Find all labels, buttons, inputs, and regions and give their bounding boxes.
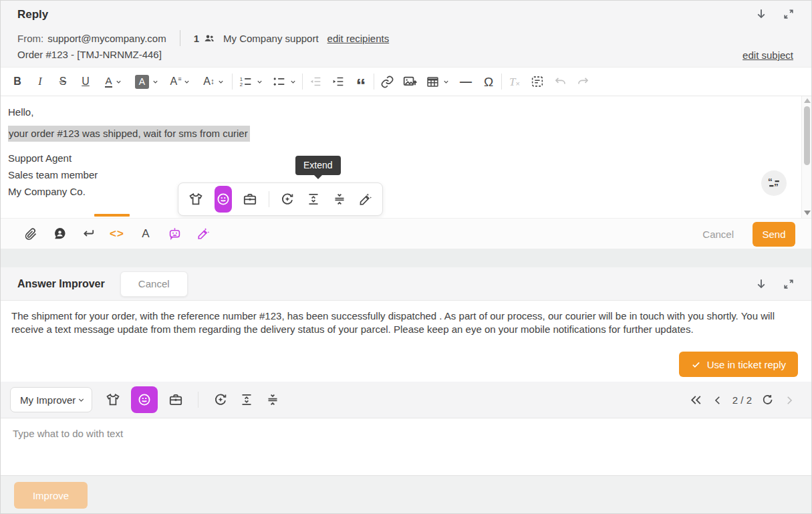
outdent-icon bbox=[308, 74, 323, 89]
previous-result-button[interactable] bbox=[712, 394, 724, 406]
chevron-down-icon bbox=[289, 78, 297, 86]
bold-icon: B bbox=[13, 76, 21, 87]
special-character-button[interactable]: Ω bbox=[479, 72, 499, 92]
reply-cancel-button[interactable]: Cancel bbox=[702, 229, 734, 240]
improver-toolbar: My Improver bbox=[1, 382, 811, 418]
scroll-down-arrow[interactable] bbox=[804, 211, 811, 215]
extend-icon bbox=[305, 191, 321, 207]
send-button[interactable]: Send bbox=[753, 222, 795, 247]
collapse-button[interactable] bbox=[754, 6, 769, 22]
improver-preset-select[interactable]: My Improver bbox=[10, 387, 92, 412]
casual-tone-button[interactable] bbox=[187, 186, 205, 213]
magic-pen-button[interactable] bbox=[358, 191, 374, 207]
canned-response-icon bbox=[52, 226, 67, 241]
collapse-button[interactable] bbox=[754, 276, 769, 292]
horizontal-rule-icon: — bbox=[460, 76, 472, 88]
redo-icon bbox=[576, 75, 590, 89]
quote-close-glyph: ” bbox=[773, 181, 778, 190]
link-icon bbox=[380, 75, 394, 89]
rephrase-button[interactable] bbox=[213, 392, 229, 408]
reply-title: Reply bbox=[17, 8, 48, 21]
friendly-tone-button[interactable] bbox=[131, 386, 158, 413]
fullscreen-button[interactable] bbox=[782, 276, 795, 292]
shorten-button[interactable] bbox=[331, 191, 348, 207]
font-family-button[interactable]: A≡ bbox=[165, 72, 196, 92]
redo-button[interactable] bbox=[573, 72, 593, 92]
indent-button[interactable] bbox=[328, 72, 348, 92]
reply-editor[interactable]: Hello, your order #123 was shipped, wait… bbox=[1, 96, 811, 218]
answer-improver-button[interactable] bbox=[194, 225, 212, 243]
chevron-down-icon bbox=[152, 78, 159, 86]
italic-icon: I bbox=[38, 76, 41, 87]
ordered-list-button[interactable]: 12 bbox=[235, 72, 266, 92]
insert-image-button[interactable] bbox=[400, 72, 420, 92]
friendly-tone-icon bbox=[215, 191, 231, 207]
outdent-button[interactable] bbox=[305, 72, 325, 92]
professional-tone-button[interactable] bbox=[242, 186, 259, 213]
source-code-button[interactable]: <> bbox=[108, 225, 126, 243]
subject-text: Order #123 - [TMJ-NRNMZ-446] bbox=[17, 49, 162, 60]
select-all-button[interactable] bbox=[527, 72, 547, 92]
attachment-button[interactable] bbox=[22, 225, 39, 243]
toolbar-separator bbox=[198, 392, 198, 408]
bold-button[interactable]: B bbox=[7, 72, 27, 92]
font-size-button[interactable]: A↕ bbox=[198, 72, 229, 92]
reply-footer-toolbar: <> A Cancel Send bbox=[1, 218, 811, 249]
font-background-button[interactable]: A bbox=[132, 72, 162, 92]
insert-reply-button[interactable] bbox=[80, 225, 97, 243]
text-style-icon: A bbox=[142, 228, 149, 239]
use-in-ticket-reply-button[interactable]: Use in ticket reply bbox=[679, 352, 798, 377]
regenerate-button[interactable] bbox=[761, 393, 775, 407]
bullet-list-button[interactable] bbox=[269, 72, 299, 92]
friendly-tone-button[interactable] bbox=[215, 186, 232, 213]
improver-cancel-button[interactable]: Cancel bbox=[120, 271, 188, 297]
insert-table-button[interactable] bbox=[422, 72, 453, 92]
edit-recipients-link[interactable]: edit recipients bbox=[327, 33, 390, 44]
editor-greeting: Hello, bbox=[8, 106, 803, 118]
undo-button[interactable] bbox=[550, 72, 570, 92]
editor-scrollbar[interactable] bbox=[801, 96, 811, 218]
clear-format-button[interactable]: T× bbox=[505, 72, 525, 92]
first-page-button[interactable] bbox=[689, 393, 703, 407]
omega-icon: Ω bbox=[484, 76, 493, 88]
scroll-up-arrow[interactable] bbox=[804, 98, 811, 103]
improver-instruction-input[interactable] bbox=[1, 418, 811, 475]
extend-button[interactable] bbox=[239, 392, 255, 408]
recipients-name: My Company support bbox=[223, 33, 319, 44]
chevron-right-icon bbox=[783, 394, 795, 406]
text-style-button[interactable]: A bbox=[137, 225, 154, 243]
fullscreen-button[interactable] bbox=[782, 6, 795, 22]
casual-tone-button[interactable] bbox=[105, 392, 121, 408]
professional-tone-icon bbox=[168, 392, 184, 408]
scrollbar-thumb[interactable] bbox=[804, 106, 810, 165]
edit-subject-link[interactable]: edit subject bbox=[742, 49, 793, 61]
bullet-list-icon bbox=[272, 74, 287, 89]
underline-icon: U bbox=[82, 76, 90, 87]
ticket-reply-window: Reply From: support@mycompany.com 1 My C… bbox=[0, 0, 812, 514]
people-icon bbox=[203, 32, 215, 44]
font-color-button[interactable]: A bbox=[98, 72, 129, 92]
horizontal-rule-button[interactable]: — bbox=[456, 72, 476, 92]
strikethrough-button[interactable]: S bbox=[53, 72, 73, 92]
chevron-down-icon bbox=[256, 78, 263, 86]
quoted-reply-button[interactable]: “” bbox=[761, 170, 787, 196]
link-button[interactable] bbox=[377, 72, 397, 92]
blockquote-button[interactable]: “ bbox=[351, 72, 371, 92]
canned-response-button[interactable] bbox=[51, 225, 68, 243]
chevron-down-icon bbox=[442, 78, 450, 86]
shorten-button[interactable] bbox=[265, 392, 281, 408]
strikethrough-icon: S bbox=[59, 76, 67, 87]
next-result-button[interactable] bbox=[783, 394, 795, 406]
underline-button[interactable]: U bbox=[76, 72, 96, 92]
toolbar-separator bbox=[374, 74, 374, 90]
extend-tooltip: Extend bbox=[295, 156, 341, 175]
ai-chat-button[interactable] bbox=[166, 225, 183, 243]
italic-button[interactable]: I bbox=[30, 72, 50, 92]
professional-tone-button[interactable] bbox=[168, 392, 184, 408]
check-icon bbox=[691, 360, 701, 370]
rephrase-button[interactable] bbox=[279, 191, 295, 207]
rephrase-icon bbox=[279, 191, 295, 207]
insert-reply-icon bbox=[81, 226, 96, 241]
extend-button[interactable] bbox=[305, 191, 321, 207]
improve-button[interactable]: Improve bbox=[14, 482, 88, 509]
